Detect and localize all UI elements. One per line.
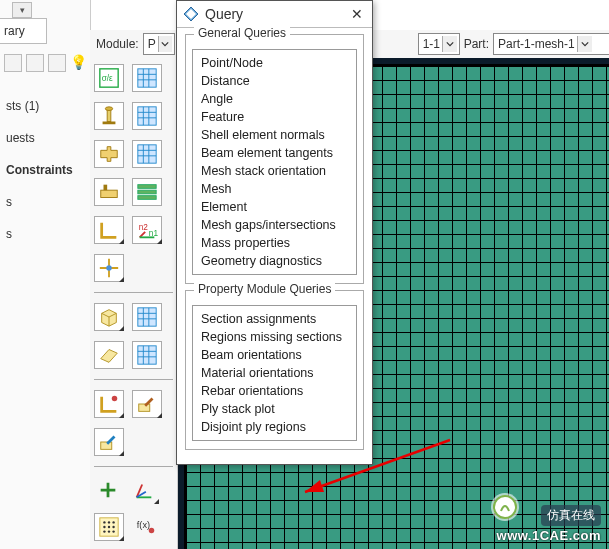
general-queries-listbox[interactable]: Point/Node Distance Angle Feature Shell … — [192, 49, 357, 275]
tool-equation-icon[interactable]: f(x) — [132, 513, 160, 539]
svg-point-27 — [112, 526, 114, 528]
svg-rect-20 — [101, 442, 112, 449]
list-item[interactable]: Regions missing sections — [193, 328, 356, 346]
svg-point-18 — [112, 396, 118, 402]
list-item[interactable]: Beam orientations — [193, 346, 356, 364]
svg-text:n2: n2 — [139, 223, 149, 232]
tool-beam-icon[interactable] — [94, 140, 124, 168]
m1-combo-value: 1-1 — [423, 37, 440, 51]
list-item[interactable]: Mass properties — [193, 234, 356, 252]
group-property-queries: Property Module Queries Section assignme… — [185, 290, 364, 450]
query-dialog-icon — [183, 6, 199, 22]
tree-item[interactable]: s — [6, 186, 86, 218]
list-item[interactable]: Mesh gaps/intersections — [193, 216, 356, 234]
group-title-property: Property Module Queries — [194, 282, 335, 296]
svg-rect-6 — [138, 107, 156, 125]
tool-table-blue-icon[interactable] — [132, 102, 162, 130]
module-combo-value: P — [148, 37, 156, 51]
close-icon[interactable]: ✕ — [348, 5, 366, 23]
tool-plate-icon[interactable] — [94, 341, 124, 369]
svg-rect-16 — [138, 308, 156, 326]
list-item[interactable]: Rebar orientations — [193, 382, 356, 400]
chevron-down-icon[interactable] — [158, 36, 172, 52]
tree-item[interactable]: sts (1) — [6, 90, 86, 122]
svg-point-32 — [149, 528, 155, 534]
watermark: 仿真在线 www.1CAE.com — [497, 505, 601, 543]
group-general-queries: General Queries Point/Node Distance Angl… — [185, 34, 364, 284]
tree-item[interactable]: s — [6, 218, 86, 250]
property-queries-listbox[interactable]: Section assignments Regions missing sect… — [192, 305, 357, 441]
list-item[interactable]: Distance — [193, 72, 356, 90]
query-dialog-titlebar[interactable]: Query ✕ — [177, 1, 372, 28]
part-label: Part: — [464, 37, 489, 51]
tab-header-library[interactable]: rary — [0, 18, 47, 44]
svg-rect-7 — [138, 145, 156, 163]
svg-rect-19 — [139, 404, 150, 411]
svg-rect-17 — [138, 346, 156, 364]
list-item[interactable]: Geometry diagnostics — [193, 252, 356, 270]
svg-point-26 — [108, 526, 110, 528]
tool-expand-icon[interactable] — [48, 54, 66, 72]
tool-origin-icon[interactable] — [94, 254, 124, 282]
tool-dots-icon[interactable] — [94, 513, 124, 541]
tool-table-blue-icon[interactable] — [132, 303, 162, 331]
list-item[interactable]: Beam element tangents — [193, 144, 356, 162]
svg-point-24 — [112, 521, 114, 523]
list-item[interactable]: Material orientations — [193, 364, 356, 382]
svg-rect-8 — [101, 190, 118, 197]
svg-rect-2 — [138, 69, 156, 87]
chevron-down-icon[interactable] — [577, 36, 592, 52]
svg-text:σ/ε: σ/ε — [102, 74, 113, 83]
tool-copy-icon[interactable] — [26, 54, 44, 72]
list-item[interactable]: Element — [193, 198, 356, 216]
query-dialog-title: Query — [205, 6, 243, 22]
list-item[interactable]: Mesh — [193, 180, 356, 198]
chevron-down-icon[interactable] — [442, 36, 457, 52]
list-item[interactable]: Disjoint ply regions — [193, 418, 356, 436]
model-tree: sts (1) uests Constraints s s — [6, 90, 86, 250]
watermark-url: www.1CAE.com — [497, 528, 601, 543]
tool-edit-icon[interactable] — [132, 390, 162, 418]
part-combo-value: Part-1-mesh-1 — [498, 37, 575, 51]
tool-column-icon[interactable] — [94, 102, 124, 130]
tool-angle2-icon[interactable] — [94, 390, 124, 418]
tree-item-constraints[interactable]: Constraints — [6, 154, 86, 186]
tool-plus-icon[interactable] — [94, 477, 122, 503]
tool-lightbulb-icon[interactable]: 💡 — [70, 54, 86, 70]
tool-normal-icon[interactable]: n2n1 — [132, 216, 162, 244]
tool-filter-icon[interactable] — [4, 54, 22, 72]
svg-rect-11 — [138, 190, 156, 194]
module-label: Module: — [96, 37, 139, 51]
tab-close-button[interactable]: ▾ — [12, 2, 32, 18]
list-item[interactable]: Mesh stack orientation — [193, 162, 356, 180]
tool-table-blue-icon[interactable] — [132, 140, 162, 168]
list-item[interactable]: Point/Node — [193, 54, 356, 72]
tool-section-icon[interactable] — [94, 178, 124, 206]
watermark-text: 仿真在线 — [541, 505, 601, 526]
svg-rect-9 — [104, 185, 108, 191]
list-item[interactable]: Shell element normals — [193, 126, 356, 144]
tool-axes-icon[interactable] — [130, 477, 158, 503]
tool-color-icon[interactable] — [94, 428, 124, 456]
tree-item[interactable]: uests — [6, 122, 86, 154]
sidebar-tool-row: 💡 — [0, 54, 94, 76]
list-item[interactable]: Angle — [193, 90, 356, 108]
tool-stack-icon[interactable] — [132, 178, 162, 206]
svg-point-15 — [106, 265, 112, 271]
tool-box3d-icon[interactable] — [94, 303, 124, 331]
list-item[interactable]: Section assignments — [193, 310, 356, 328]
module-combo[interactable]: P — [143, 33, 175, 55]
list-item-ply-stack-plot[interactable]: Ply stack plot — [193, 400, 356, 418]
svg-text:f(x): f(x) — [137, 520, 150, 530]
tool-stress-icon[interactable]: σ/ε — [94, 64, 124, 92]
m1-combo[interactable]: 1-1 — [418, 33, 460, 55]
tool-angle-icon[interactable] — [94, 216, 124, 244]
svg-point-25 — [103, 526, 105, 528]
module-toolbox: σ/ε n2n1 f(x) — [90, 58, 178, 549]
tool-table-blue-icon[interactable] — [132, 341, 162, 369]
tool-grid-blue-icon[interactable] — [132, 64, 162, 92]
part-combo[interactable]: Part-1-mesh-1 — [493, 33, 609, 55]
query-dialog: Query ✕ General Queries Point/Node Dista… — [176, 0, 373, 465]
list-item[interactable]: Feature — [193, 108, 356, 126]
svg-point-22 — [103, 521, 105, 523]
